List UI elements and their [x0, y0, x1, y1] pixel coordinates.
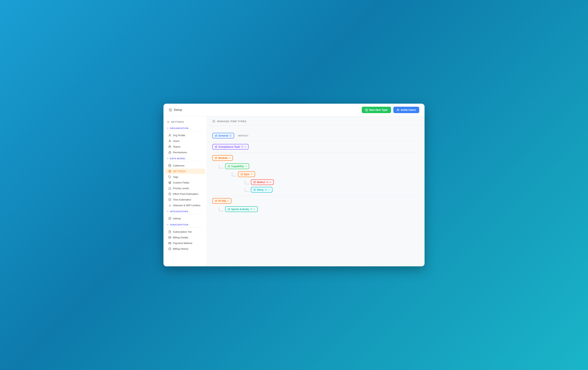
payment-method-label: Payment Method: [173, 242, 192, 244]
item-types-area: General DEFAULT Compliance Task ×: [207, 126, 425, 219]
new-item-type-button[interactable]: New Item Type: [362, 107, 391, 113]
type-pill-capability[interactable]: Capability ×: [225, 163, 249, 169]
svg-rect-16: [169, 165, 171, 167]
github-label: GitHub: [173, 217, 181, 220]
type-pill-module[interactable]: Module ×: [212, 155, 233, 161]
edit-icon-module: [215, 157, 217, 159]
capability-section: Capability ×: [219, 163, 419, 192]
close-compliance[interactable]: ×: [244, 145, 246, 148]
sidebar-section-subscription: SUBSCRIPTION Subscription Tier Billing D…: [163, 222, 207, 252]
sidebar-item-statuses-wip[interactable]: Statuses & WIP Limiters: [165, 203, 205, 208]
sidebar-item-custom-fields[interactable]: Custom Fields: [165, 180, 205, 185]
sidebar-item-billing-history[interactable]: Billing History: [165, 246, 205, 252]
sidebar-item-org-profile[interactable]: Org Profile: [165, 133, 205, 138]
type-pill-story[interactable]: Story ×: [251, 187, 273, 192]
connector-story: [245, 188, 249, 192]
story-label: Story: [257, 188, 264, 191]
svg-rect-38: [213, 120, 214, 121]
chevron-down-icon-3: [167, 211, 169, 212]
type-row-module: Module × Capability ×: [212, 152, 419, 195]
close-sprint-activity[interactable]: ×: [253, 208, 255, 211]
sidebar-item-priority-levels[interactable]: Priority Levels: [165, 186, 205, 191]
settings-label: SETTINGS: [171, 121, 184, 123]
card-icon: [168, 236, 171, 239]
users-label: Users: [173, 140, 179, 142]
svg-point-0: [170, 109, 171, 110]
sidebar-item-tags[interactable]: Tags: [165, 174, 205, 180]
header-right: New Item Type Invite Users: [362, 107, 419, 113]
close-capability[interactable]: ×: [245, 165, 247, 168]
bars-icon: [168, 204, 171, 207]
svg-marker-25: [168, 181, 171, 182]
clock-icon-compliance: [241, 146, 243, 148]
divider: [167, 131, 203, 131]
org-profile-label: Org Profile: [173, 134, 185, 137]
svg-rect-41: [214, 121, 215, 122]
epic-content: Epic ×: [238, 171, 274, 192]
clock-icon: [168, 198, 171, 201]
section-title-integrations: INTEGRATIONS: [163, 209, 207, 213]
subscription-tier-label: Subscription Tier: [173, 230, 192, 233]
svg-rect-23: [170, 172, 171, 172]
divider-3: [167, 214, 203, 214]
sidebar-item-billing-details[interactable]: Billing Details: [165, 235, 205, 240]
sidebar-item-github[interactable]: GitHub: [165, 216, 205, 221]
defect-label: Defect: [257, 181, 265, 184]
close-defect[interactable]: ×: [270, 181, 271, 184]
edit-icon-sprint: [228, 208, 230, 210]
close-epic[interactable]: ×: [251, 173, 252, 176]
divider-2: [167, 161, 203, 161]
close-pi-obj[interactable]: ×: [227, 199, 229, 202]
effort-label: Effort Point Estimation: [173, 192, 198, 195]
edit-icon-compliance: [215, 146, 217, 148]
svg-marker-10: [167, 128, 168, 129]
svg-rect-34: [168, 242, 171, 244]
section-title-data-model: DATA MODEL: [163, 156, 207, 160]
user-plus-icon: [397, 109, 399, 111]
sidebar-item-time-estimation[interactable]: Time Estimation: [165, 197, 205, 202]
type-pill-general[interactable]: General: [212, 133, 234, 138]
sidebar-item-effort-point[interactable]: Effort Point Estimation: [165, 191, 205, 197]
type-pill-compliance-task[interactable]: Compliance Task ×: [212, 144, 249, 150]
sidebar-item-users[interactable]: Users: [165, 138, 205, 144]
sidebar-item-permissions[interactable]: Permissions: [165, 150, 205, 155]
sidebar-header: SETTINGS: [163, 120, 207, 126]
sidebar-item-payment-method[interactable]: Payment Method: [165, 240, 205, 246]
svg-point-13: [169, 146, 170, 147]
time-estimation-label: Time Estimation: [173, 198, 191, 201]
svg-point-11: [169, 134, 170, 135]
svg-point-4: [397, 109, 398, 110]
svg-rect-22: [169, 172, 169, 172]
sidebar-item-item-types[interactable]: SETTINGS: [165, 169, 205, 174]
edit-icon-general: [215, 135, 217, 137]
sidebar-item-teams[interactable]: Teams: [165, 144, 205, 149]
type-row-general: General DEFAULT: [212, 130, 419, 141]
sidebar-item-subscription-tier[interactable]: Subscription Tier: [165, 229, 205, 234]
close-module[interactable]: ×: [229, 157, 230, 159]
type-pill-defect[interactable]: Defect ×: [251, 179, 274, 185]
type-pill-epic[interactable]: Epic ×: [238, 171, 255, 177]
invite-users-button[interactable]: Invite Users: [393, 107, 419, 113]
item-types-label: SETTINGS: [173, 170, 186, 173]
epic-label: Epic: [244, 173, 250, 176]
type-pill-pi-obj[interactable]: PI Obj ×: [212, 198, 231, 204]
sidebar-section-organization: ORGANIZATION Org Profile Users Teams: [163, 126, 207, 155]
clock-icon-sprint: [250, 208, 252, 210]
clock-icon-general: [229, 135, 231, 137]
sprint-activity-label: Sprint Activity: [231, 208, 249, 211]
gauge-icon: [168, 192, 171, 195]
epic-children: Defect ×: [245, 179, 274, 192]
edit-icon-story: [253, 189, 256, 191]
divider-4: [167, 227, 203, 228]
app-header: Setup New Item Type Invite Users: [163, 104, 425, 116]
person-icon: [168, 134, 171, 137]
chevron-down-icon: [167, 127, 169, 129]
sidebar-item-cadences[interactable]: Cadences: [165, 163, 205, 168]
close-story[interactable]: ×: [268, 188, 270, 191]
edit-icon-epic: [241, 173, 243, 175]
type-pill-sprint-activity[interactable]: Sprint Activity ×: [225, 206, 258, 212]
billing-history-label: Billing History: [173, 247, 189, 250]
teams-label: Teams: [173, 145, 180, 148]
history-icon: [168, 247, 171, 250]
chevron-down-icon-2: [167, 158, 169, 159]
